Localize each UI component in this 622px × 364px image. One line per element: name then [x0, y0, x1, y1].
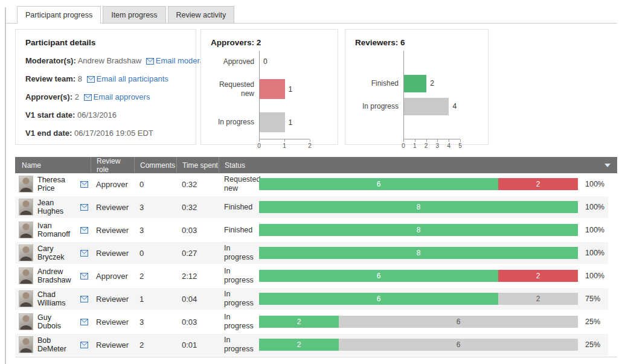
envelope-icon — [146, 58, 154, 65]
percent-cell: 100% — [578, 249, 608, 257]
progress-segment-green: 8 — [259, 201, 578, 213]
axis-tick-label: 2 — [425, 142, 428, 149]
chart-bar-row: Finished 2 — [355, 75, 478, 92]
chart-panel-approvers-2: Approvers: 2 Approved 0 Requested new 1 … — [200, 29, 338, 145]
tab-item-progress[interactable]: Item progress — [103, 6, 165, 24]
time-spent-cell: 0:01 — [176, 340, 219, 350]
chart-category-label: In progress — [355, 102, 399, 111]
envelope-icon[interactable] — [80, 181, 88, 188]
axis-tick — [460, 139, 461, 142]
participants-table: NameReview roleCommentsTime spentStatus … — [15, 157, 617, 357]
detail-row: Approver(s): 2 Email approvers — [25, 92, 186, 101]
chart-panel-reviewers-6: Reviewers: 6 Finished 2 In progress 4 01… — [345, 29, 489, 145]
tab-label: Review activity — [176, 11, 226, 19]
chart-bar-row: Approved 0 — [211, 57, 328, 66]
comments-cell: 0 — [134, 249, 176, 258]
progress-bar: 8 — [259, 224, 578, 236]
axis-tick — [403, 139, 404, 142]
percent-cell: 100% — [578, 180, 608, 188]
name-cell: Cary Bryczek — [15, 244, 91, 262]
participant-details-list: Moderator(s): Andrew Bradshaw Email mode… — [25, 56, 186, 138]
envelope-icon[interactable] — [80, 342, 88, 348]
name-cell: Ivan Romanoff — [15, 222, 91, 239]
progress-bar-cell: 26 — [258, 316, 578, 328]
avatar — [19, 336, 33, 353]
progress-segment-gray: 6 — [339, 339, 578, 351]
axis-tick — [449, 139, 449, 142]
column-header-time-spent[interactable]: Time spent — [176, 157, 219, 173]
column-header-review-role[interactable]: Review role — [91, 157, 134, 173]
review-role-cell: Reviewer — [91, 340, 134, 350]
progress-bar-cell: 62 — [258, 270, 578, 282]
name-cell: Chad Williams — [15, 290, 91, 308]
percent-cell: 100% — [578, 203, 608, 211]
chart-title: Approvers: 2 — [211, 38, 328, 47]
email-link[interactable]: Email all participants — [87, 74, 168, 83]
participant-name: Bob DeMeter — [37, 336, 76, 354]
table-header: NameReview roleCommentsTime spentStatus — [15, 157, 617, 173]
table-row: Chad Williams Reviewer 1 0:04 In progres… — [15, 288, 608, 310]
status-cell: In progress — [219, 290, 258, 308]
chart-bar-value: 1 — [289, 85, 293, 94]
email-link[interactable]: Email approvers — [84, 92, 150, 101]
participant-name: Theresa Price — [37, 176, 76, 193]
progress-bar: 8 — [259, 247, 578, 259]
envelope-icon[interactable] — [80, 319, 88, 325]
detail-label: Review team: — [25, 74, 75, 83]
progress-segment-green: 6 — [259, 178, 498, 190]
participant-name: Jean Hughes — [37, 199, 76, 216]
percent-cell: 100% — [578, 226, 608, 234]
envelope-icon[interactable] — [80, 250, 88, 257]
table-row: Cary Bryczek Reviewer 0 0:27 In progress… — [15, 242, 608, 264]
chart-bar-value: 0 — [263, 57, 268, 66]
column-header-status[interactable]: Status — [219, 157, 617, 173]
detail-value: 06/13/2016 — [77, 110, 117, 120]
percent-cell: 75% — [578, 295, 608, 303]
tab-review-activity[interactable]: Review activity — [168, 6, 235, 24]
axis-tick — [426, 139, 427, 142]
detail-value: 2 — [75, 92, 79, 101]
name-cell: Andrew Bradshaw — [15, 267, 91, 285]
tab-participant-progress[interactable]: Participant progress — [17, 6, 101, 24]
participant-name: Andrew Bradshaw — [37, 267, 76, 285]
table-row: Jean Hughes Reviewer 3 0:32 Finished 8 1… — [15, 196, 608, 218]
comments-cell: 0 — [134, 180, 176, 189]
progress-bar: 8 — [259, 201, 578, 213]
percent-cell: 25% — [578, 340, 608, 349]
chart-bar-row: In progress 1 — [211, 112, 328, 132]
axis-tick — [437, 139, 438, 142]
avatar — [19, 199, 33, 216]
progress-segment-green: 2 — [259, 339, 339, 351]
chart-category-label: Requested new — [211, 80, 254, 98]
detail-label: V1 start date: — [25, 110, 75, 120]
envelope-icon[interactable] — [80, 273, 88, 279]
axis-tick-label: 0 — [257, 142, 261, 149]
column-header-name[interactable]: Name — [15, 157, 91, 173]
comments-cell: 2 — [134, 272, 176, 281]
progress-bar: 26 — [259, 339, 578, 351]
table-row: Ivan Romanoff Reviewer 3 0:03 Finished 8… — [15, 219, 608, 241]
column-header-comments[interactable]: Comments — [134, 157, 176, 173]
chevron-down-icon[interactable] — [604, 164, 611, 167]
envelope-icon[interactable] — [80, 227, 88, 234]
progress-segment-red: 2 — [498, 178, 578, 190]
detail-row: Moderator(s): Andrew Bradshaw Email mode… — [25, 56, 186, 65]
chart-bar-row: Requested new 1 — [211, 79, 328, 99]
table-row: Guy Dubois Reviewer 3 0:03 In progress 2… — [15, 311, 608, 333]
chart-bar-value: 1 — [289, 118, 293, 127]
time-spent-cell: 0:27 — [176, 249, 219, 258]
review-role-cell: Reviewer — [91, 318, 134, 327]
axis-tick-label: 0 — [402, 142, 405, 149]
table-row: Theresa Price Approver 0 0:32 Requested … — [15, 173, 608, 195]
progress-bar: 62 — [259, 178, 578, 190]
axis-tick — [259, 139, 260, 142]
progress-bar: 26 — [259, 316, 578, 328]
table-row: Bob DeMeter Reviewer 2 0:01 In progress … — [15, 334, 608, 356]
envelope-icon[interactable] — [80, 296, 88, 302]
chart-category-label: In progress — [211, 118, 254, 127]
progress-bar-cell: 62 — [258, 178, 578, 190]
name-cell: Bob DeMeter — [15, 336, 91, 354]
review-role-cell: Approver — [91, 180, 134, 189]
chart-bar — [404, 75, 426, 92]
envelope-icon[interactable] — [80, 204, 88, 211]
